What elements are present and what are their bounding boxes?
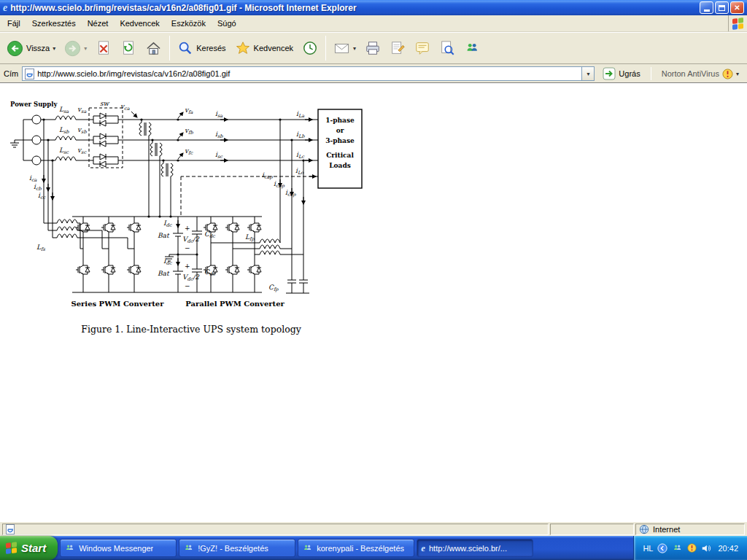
- refresh-icon: [120, 40, 136, 56]
- address-input[interactable]: http://www.scielo.br/img/revistas/ca/v16…: [22, 66, 595, 81]
- diagram-labels: Power Supply sw Lsa vsa Lsb vsb Lsc vsc …: [10, 100, 355, 335]
- edit-icon: [390, 40, 406, 56]
- messenger-tray-icon[interactable]: [672, 542, 683, 553]
- windows-logo-icon: [728, 15, 747, 31]
- label-isb: isb: [215, 131, 223, 139]
- circuit-diagram-image: Power Supply sw Lsa vsa Lsb vsb Lsc vsc …: [3, 98, 382, 346]
- label-lsb: Lsb: [59, 126, 69, 135]
- status-page-icon: [6, 524, 15, 534]
- home-button[interactable]: [142, 35, 166, 61]
- mail-dropdown-icon[interactable]: ▾: [353, 45, 356, 52]
- security-zone-panel: Internet: [635, 524, 745, 535]
- junction-dots: [42, 118, 304, 255]
- forward-button[interactable]: ▾: [61, 35, 90, 61]
- discuss-button[interactable]: [411, 35, 434, 61]
- volume-icon[interactable]: [701, 543, 711, 553]
- start-button[interactable]: Start: [0, 536, 58, 560]
- hide-icons-icon[interactable]: [657, 543, 667, 553]
- forward-icon: [64, 40, 81, 57]
- menu-tools[interactable]: Eszközök: [166, 17, 212, 30]
- standard-buttons-toolbar: Vissza ▾ ▾ Keresés Kedvencek ▾: [0, 32, 747, 64]
- label-icap: icap: [262, 171, 273, 180]
- browser-viewport: Power Supply sw Lsa vsa Lsb vsb Lsc vsc …: [0, 83, 747, 521]
- messenger-icon: [64, 542, 75, 553]
- label-ila: iLa: [296, 110, 304, 119]
- status-secondary-panel: [550, 524, 634, 535]
- label-vca: vca: [120, 103, 130, 112]
- stop-button[interactable]: [92, 35, 115, 61]
- label-cfp: Cfp: [268, 284, 279, 292]
- favorites-star-icon: [235, 40, 251, 56]
- label-minus-top: −: [185, 244, 190, 252]
- home-icon: [145, 40, 162, 57]
- history-button[interactable]: [298, 35, 322, 61]
- window-title: http://www.scielo.br/img/revistas/ca/v16…: [10, 3, 697, 13]
- series-converter-label: Series PWM Converter: [71, 300, 164, 308]
- label-plus-top: +: [185, 225, 190, 232]
- menu-help[interactable]: Súgó: [212, 17, 242, 30]
- label-vsc: vsc: [77, 147, 87, 155]
- taskbar-task-messenger[interactable]: Windows Messenger: [60, 539, 177, 557]
- label-sw: sw: [100, 100, 110, 107]
- go-button[interactable]: Ugrás: [598, 66, 644, 82]
- status-bar: Internet: [0, 521, 747, 536]
- mail-button[interactable]: ▾: [330, 35, 360, 61]
- loads-line-5: Loads: [329, 162, 351, 169]
- label-minus-bottom: −: [185, 282, 190, 289]
- antivirus-tray-icon[interactable]: [687, 543, 697, 553]
- label-vfa: vfa: [185, 106, 193, 115]
- menu-view[interactable]: Nézet: [82, 17, 115, 30]
- research-icon: [439, 40, 455, 56]
- refresh-button[interactable]: [117, 35, 140, 61]
- maximize-button[interactable]: [715, 1, 729, 14]
- security-zone-label: Internet: [653, 525, 680, 534]
- research-button[interactable]: [436, 35, 459, 61]
- label-bat-top: Bat: [158, 232, 170, 239]
- norton-label: Norton AntiVirus: [662, 69, 719, 78]
- forward-dropdown-icon[interactable]: ▾: [84, 45, 87, 52]
- print-button[interactable]: [361, 35, 384, 61]
- taskbar-task-chat-2[interactable]: korenypali - Beszélgetés: [298, 539, 414, 557]
- back-button[interactable]: Vissza ▾: [3, 35, 59, 61]
- taskbar-task-chat-1[interactable]: !GyZ! - Beszélgetés: [179, 539, 295, 557]
- favorites-button[interactable]: Kedvencek: [231, 35, 297, 61]
- menu-bar: Fájl Szerkesztés Nézet Kedvencek Eszközö…: [0, 15, 747, 32]
- language-indicator[interactable]: HL: [643, 544, 653, 553]
- back-label: Vissza: [26, 44, 50, 52]
- search-label: Keresés: [196, 44, 225, 52]
- label-ilb: iLb: [296, 131, 305, 139]
- label-isc: isc: [215, 151, 223, 160]
- norton-antivirus-menu[interactable]: Norton AntiVirus ▾: [657, 67, 743, 81]
- label-icb: icb: [34, 183, 42, 192]
- back-icon: [7, 40, 23, 57]
- minimize-button[interactable]: [700, 1, 713, 14]
- system-tray: HL 20:42: [633, 536, 747, 560]
- label-vfc: vfc: [185, 147, 193, 156]
- label-lfp: Lfp: [245, 233, 255, 242]
- label-power-supply: Power Supply: [10, 101, 58, 108]
- start-label: Start: [21, 542, 46, 554]
- menu-file[interactable]: Fájl: [1, 17, 26, 30]
- mail-icon: [333, 41, 350, 55]
- menu-edit[interactable]: Szerkesztés: [26, 17, 82, 30]
- window-titlebar[interactable]: e http://www.scielo.br/img/revistas/ca/v…: [0, 0, 747, 15]
- ie-logo-icon: e: [421, 542, 425, 554]
- messenger-icon: [464, 40, 480, 56]
- norton-dropdown-icon[interactable]: ▾: [736, 71, 739, 77]
- page-icon: [25, 69, 34, 79]
- stop-icon: [96, 40, 112, 56]
- ie-logo-icon: e: [3, 2, 7, 14]
- messenger-button[interactable]: [460, 35, 484, 61]
- taskbar-task-ie[interactable]: e http://www.scielo.br/...: [417, 539, 533, 557]
- close-button[interactable]: ✕: [730, 1, 744, 14]
- search-button[interactable]: Keresés: [174, 35, 229, 61]
- menu-favorites[interactable]: Kedvencek: [114, 17, 165, 30]
- address-dropdown-button[interactable]: ▼: [581, 67, 594, 80]
- figure-caption: Figure 1. Line-Interactive UPS system to…: [81, 324, 301, 335]
- back-dropdown-icon[interactable]: ▾: [53, 45, 55, 52]
- loads-line-4: Critical: [326, 152, 354, 159]
- edit-button[interactable]: [386, 35, 409, 61]
- taskbar-clock: 20:42: [718, 544, 738, 553]
- norton-icon: [722, 69, 733, 79]
- label-icc: icc: [38, 192, 47, 201]
